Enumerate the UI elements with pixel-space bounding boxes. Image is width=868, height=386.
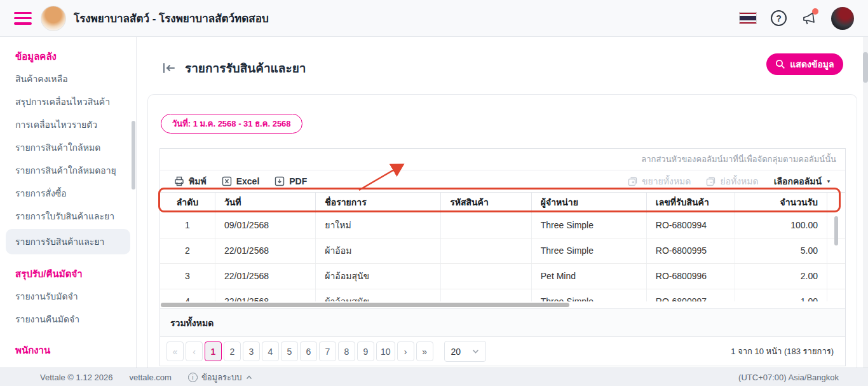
search-icon [775,59,785,69]
column-header-qty-received[interactable]: จำนวนรับ [735,193,827,213]
language-flag-thai-icon[interactable] [739,12,757,24]
timezone-label: (UTC+07:00) Asia/Bangkok [738,373,839,382]
table-row[interactable]: 4 22/01/2568 ผ้าอ้อมสุนัข Three Simple R… [160,289,845,301]
sidebar-section-inventory: ข้อมูลคลัง [0,46,136,67]
column-header-item-name[interactable]: ชื่อรายการ [316,193,441,213]
column-header-vendor[interactable]: ผู้จำหน่าย [532,193,647,213]
sidebar-item-deposit-returned-report[interactable]: รายงานคืนมัดจำ [0,308,136,331]
page-button-1[interactable]: 1 [205,341,222,361]
page-button-5[interactable]: 5 [281,341,298,361]
table-header-row: ลำดับ วันที่ ชื่อรายการ รหัสสินค้า ผู้จำ… [160,192,845,213]
footer-copyright: Vettale © 1.12 2026 [40,373,112,382]
collapse-all-icon [706,177,715,186]
page-scrollbar-thumb[interactable] [863,52,868,83]
page-button-4[interactable]: 4 [262,341,279,361]
app-title: โรงพยาบาลสัตว์ - โรงพยาบาลสัตว์ทดสอบ [74,10,269,27]
sidebar-item-deposit-received-report[interactable]: รายงานรับมัดจำ [0,285,136,308]
page-button-3[interactable]: 3 [243,341,260,361]
column-header-date[interactable]: วันที่ [215,193,316,213]
last-page-button[interactable]: » [416,341,433,361]
page-title: รายการรับสินค้าและยา [185,59,306,78]
sidebar-section-deposit-summary: สรุปรับ/คืนมัดจำ [0,263,136,285]
sidebar-item-stock-remaining[interactable]: สินค้าคงเหลือ [0,67,136,90]
sidebar-item-goods-receipt-notes[interactable]: รายการใบรับสินค้าและยา [0,205,136,228]
menu-icon[interactable] [14,12,32,25]
chevron-up-icon [246,375,252,380]
table-row[interactable]: 2 22/01/2568 ผ้าอ้อม Three Simple RO-680… [160,238,845,264]
page-button-8[interactable]: 8 [338,341,355,361]
main-content: รายการรับสินค้าและยา แสดงข้อมูล วันที่: … [137,37,863,368]
sidebar-item-stock-movement-summary[interactable]: สรุปการเคลื่อนไหวสินค้า [0,90,136,113]
report-card: วันที่: 1 ม.ค. 2568 - 31 ธ.ค. 2568 ลากส่… [147,94,857,368]
page-button-6[interactable]: 6 [300,341,317,361]
next-page-button[interactable]: › [397,341,414,361]
table-row[interactable]: 1 09/01/2568 ยาใหม่ Three Simple RO-6800… [160,213,845,238]
page-button-10[interactable]: 10 [376,341,395,361]
group-by-panel[interactable]: ลากส่วนหัวของคอลัมน์มาที่นี่เพื่อจัดกลุ่… [160,149,845,170]
table-vertical-scrollbar[interactable] [834,216,838,245]
page-button-2[interactable]: 2 [224,341,241,361]
notification-dot [812,8,818,15]
date-filter-chip[interactable]: วันที่: 1 ม.ค. 2568 - 31 ธ.ค. 2568 [161,114,302,134]
footer: Vettale © 1.12 2026 vettale.com i ข้อมูล… [0,368,868,386]
printer-icon [174,176,184,186]
table-body: 1 09/01/2568 ยาใหม่ Three Simple RO-6800… [160,213,845,301]
sidebar-scrollbar[interactable] [132,121,135,190]
collapse-all-button[interactable]: ย่อทั้งหมด [700,172,764,191]
top-bar: โรงพยาบาลสัตว์ - โรงพยาบาลสัตว์ทดสอบ ? [0,0,868,37]
export-pdf-button[interactable]: PDF [268,172,313,191]
expand-all-button[interactable]: ขยายทั้งหมด [621,172,697,191]
pagination: « ‹ 1 2 3 4 5 6 7 8 9 10 › » 20 [160,337,845,366]
table-horizontal-scrollbar[interactable] [161,303,569,307]
sidebar-item-item-movement[interactable]: การเคลื่อนไหวรายตัว [0,113,136,136]
expand-all-icon [628,177,637,186]
user-avatar[interactable] [831,7,854,30]
sidebar-item-goods-received[interactable]: รายการรับสินค้าและยา [6,229,130,254]
data-grid: ลากส่วนหัวของคอลัมน์มาที่นี่เพื่อจัดกลุ่… [159,148,846,366]
page-scrollbar[interactable] [863,37,868,368]
column-header-item-code[interactable]: รหัสสินค้า [441,193,532,213]
excel-icon [222,176,232,186]
export-excel-button[interactable]: Excel [215,172,266,191]
group-hint-text: ลากส่วนหัวของคอลัมน์มาที่นี่เพื่อจัดกลุ่… [641,153,836,166]
total-row: รวมทั้งหมด [160,308,845,337]
chevron-down-icon [472,349,479,354]
sidebar-item-low-stock[interactable]: รายการสินค้าใกล้หมด [0,136,136,159]
chevron-down-icon: ▼ [826,179,831,184]
show-data-button[interactable]: แสดงข้อมูล [766,53,843,75]
grid-toolbar: พิมพ์ Excel PDF [160,170,845,192]
column-header-receipt-no[interactable]: เลขที่รับสินค้า [647,193,736,213]
first-page-button[interactable]: « [166,341,184,361]
sidebar-section-staff: พนักงาน [0,340,136,361]
column-header-no[interactable]: ลำดับ [160,193,215,213]
print-button[interactable]: พิมพ์ [168,172,213,191]
sidebar: ข้อมูลคลัง สินค้าคงเหลือ สรุปการเคลื่อนไ… [0,37,137,368]
sidebar-item-near-expiry[interactable]: รายการสินค้าใกล้หมดอายุ [0,159,136,182]
page-info: 1 จาก 10 หน้า (183 รายการ) [731,345,839,358]
page-size-select[interactable]: 20 [444,341,486,362]
sidebar-item-purchase-orders[interactable]: รายการสั่งซื้อ [0,182,136,205]
footer-website-link[interactable]: vettale.com [129,373,171,382]
help-icon[interactable]: ? [771,10,787,26]
pdf-icon [275,176,285,186]
page-button-7[interactable]: 7 [319,341,336,361]
info-icon: i [188,373,198,382]
system-info[interactable]: i ข้อมูลระบบ [188,371,252,384]
announcements-icon[interactable] [801,10,817,27]
clinic-avatar[interactable] [41,6,66,31]
choose-columns-button[interactable]: เลือกคอลัมน์ ▼ [768,172,837,191]
collapse-sidebar-icon[interactable] [162,62,176,74]
table-row[interactable]: 3 22/01/2568 ผ้าอ้อมสุนัข Pet Mind RO-68… [160,264,845,289]
prev-page-button[interactable]: ‹ [186,341,203,361]
page-button-9[interactable]: 9 [357,341,374,361]
